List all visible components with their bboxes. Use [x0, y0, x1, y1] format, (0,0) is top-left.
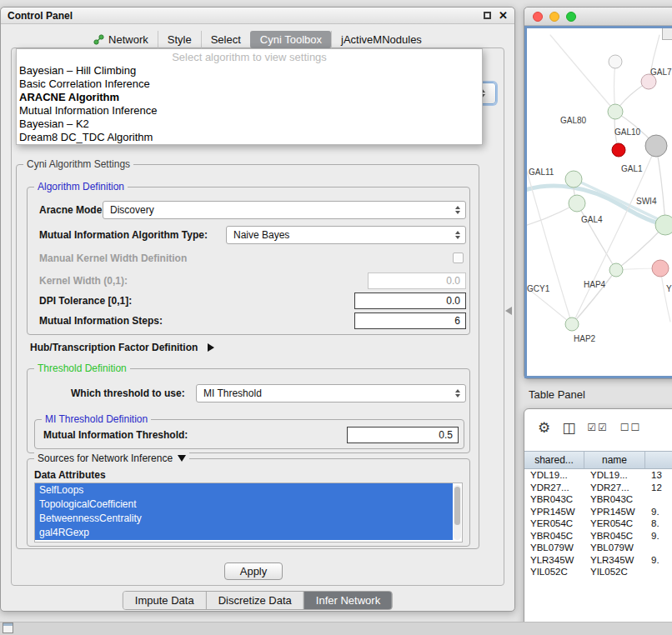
control-panel-tabs: NetworkStyleSelectCyni ToolboxjActiveMNo… — [1, 31, 514, 48]
tab-select[interactable]: Select — [201, 31, 250, 48]
attribute-list-scrollbar-thumb[interactable] — [454, 487, 460, 525]
table-row[interactable]: YBR043CYBR043C — [524, 493, 672, 506]
zoom-traffic-button[interactable] — [566, 12, 576, 22]
graph-node[interactable] — [565, 318, 579, 331]
algorithm-option[interactable]: Bayesian – Hill Climbing — [17, 64, 482, 78]
table-cell: YBL079W — [584, 542, 645, 552]
table-row[interactable]: YBR045CYBR045C9. — [524, 530, 672, 542]
attribute-item[interactable]: BetweennessCentrality — [35, 512, 453, 526]
table-panel-window: ⚙ ◫ ☑☑ ☐☐ shared...name YDL19...YDL19...… — [524, 408, 672, 635]
tab-network[interactable]: Network — [84, 31, 158, 48]
which-threshold-select[interactable]: MI Threshold — [196, 384, 466, 402]
sources-group-title[interactable]: Sources for Network Inference — [34, 452, 189, 464]
node-label: GAL11 — [529, 168, 554, 177]
expand-right-icon[interactable] — [208, 343, 214, 352]
algorithm-option[interactable]: Basic Correlation Inference — [17, 78, 482, 91]
table-toolbar: ⚙ ◫ ☑☑ ☐☐ — [524, 409, 672, 446]
column-header[interactable]: name — [584, 452, 645, 468]
kernel-width-field[interactable]: 0.0 — [368, 272, 466, 289]
combo-arrows-icon — [451, 202, 464, 218]
bottom-tab-impute-data[interactable]: Impute Data — [123, 592, 206, 609]
table-row[interactable]: YLR345WYLR345W9. — [524, 554, 672, 567]
attribute-item[interactable]: gal4RGexp — [35, 526, 453, 540]
algorithm-definition-title: Algorithm Definition — [34, 181, 128, 192]
mi-steps-label: Mutual Information Steps: — [39, 315, 163, 327]
kernel-width-label: Kernel Width (0,1): — [39, 275, 128, 287]
attribute-item[interactable]: TopologicalCoefficient — [35, 498, 453, 512]
select-all-icon[interactable]: ☑☑ — [587, 421, 609, 435]
network-graph[interactable]: GAL7GAL80GAL10GAL11GAL1SWI4GAL4GCY1HAP4H… — [527, 28, 672, 378]
minimized-window-icon[interactable] — [3, 622, 13, 633]
bottom-tab-infer-network[interactable]: Infer Network — [303, 592, 392, 609]
algorithm-placeholder-option[interactable]: Select algorithm to view settings — [17, 51, 482, 64]
float-window-icon[interactable] — [484, 12, 491, 19]
graph-edge — [575, 146, 656, 318]
table-row[interactable]: YPR145WYPR145W9. — [524, 506, 672, 518]
close-icon[interactable]: ✕ — [499, 10, 508, 21]
table-cell: 9. — [645, 531, 672, 541]
graph-node[interactable] — [565, 171, 582, 188]
table-settings-gear-icon[interactable]: ⚙ — [538, 421, 550, 435]
attribute-list-scrollbar[interactable] — [454, 485, 461, 540]
table-cell: YBR045C — [524, 531, 584, 541]
minimize-traffic-button[interactable] — [549, 12, 559, 22]
combo-arrows-icon — [451, 227, 464, 243]
control-panel-titlebar: Control Panel ✕ — [1, 8, 514, 24]
mi-threshold-label: Mutual Information Threshold: — [43, 429, 188, 441]
table-row[interactable]: YBL079WYBL079W — [524, 542, 672, 554]
table-row[interactable]: YDL19...YDL19...13 — [524, 469, 672, 482]
table-cell: YDL19... — [524, 470, 584, 480]
node-label: GAL1 — [621, 164, 643, 173]
mi-algorithm-type-select[interactable]: Naive Bayes — [226, 226, 466, 244]
aracne-mode-select[interactable]: Discovery — [103, 201, 466, 219]
bottom-tab-discretize-data[interactable]: Discretize Data — [206, 592, 303, 609]
graph-node[interactable] — [652, 260, 669, 277]
hub-definition-label[interactable]: Hub/Transcription Factor Definition — [30, 342, 214, 353]
graph-node[interactable] — [609, 55, 622, 68]
graph-node[interactable] — [655, 215, 672, 235]
network-canvas[interactable]: GAL7GAL80GAL10GAL11GAL1SWI4GAL4GCY1HAP4H… — [524, 26, 672, 378]
graph-edge — [656, 146, 665, 225]
node-label: GAL4 — [581, 215, 603, 224]
graph-node[interactable] — [609, 263, 623, 277]
table-row[interactable]: YDR27...YDR27...12 — [524, 482, 672, 494]
attribute-item[interactable]: SelfLoops — [35, 483, 453, 498]
close-traffic-button[interactable] — [533, 12, 543, 22]
table-cell: YBL079W — [524, 542, 584, 552]
table-row[interactable]: YER054CYER054C8. — [524, 518, 672, 530]
table-cell: YER054C — [524, 518, 584, 528]
algorithm-option[interactable]: Bayesian – K2 — [17, 118, 482, 131]
graph-node[interactable] — [612, 143, 625, 157]
node-label: SWI4 — [636, 197, 657, 206]
mi-steps-field[interactable]: 6 — [354, 312, 466, 329]
panel-splitter-arrow[interactable] — [505, 307, 512, 315]
graph-edge — [572, 270, 616, 324]
threshold-definition-group: Threshold Definition Which threshold to … — [27, 368, 470, 453]
apply-button[interactable]: Apply — [224, 562, 283, 580]
graph-node[interactable] — [608, 104, 623, 119]
algorithm-option[interactable]: ARACNE Algorithm — [17, 91, 482, 104]
table-row[interactable]: YIL052CYIL052C — [524, 566, 672, 578]
node-label: HAP2 — [574, 334, 596, 343]
table-cell: YIL052C — [524, 567, 584, 577]
table-cell: YIL052C — [584, 567, 645, 577]
mi-threshold-field[interactable]: 0.5 — [347, 427, 459, 443]
graph-edge — [550, 35, 615, 112]
dpi-tolerance-field[interactable]: 0.0 — [354, 292, 466, 309]
deselect-all-icon[interactable]: ☐☐ — [620, 421, 642, 435]
column-selector-icon[interactable]: ◫ — [562, 421, 575, 435]
tab-cyni-toolbox[interactable]: Cyni Toolbox — [250, 31, 331, 48]
tab-style[interactable]: Style — [158, 31, 201, 48]
graph-node[interactable] — [569, 195, 585, 212]
column-header[interactable]: shared... — [524, 452, 584, 468]
tab-jactivemnodules[interactable]: jActiveMNodules — [331, 31, 431, 48]
manual-kernel-width-checkbox[interactable] — [453, 252, 464, 263]
algorithm-option[interactable]: Mutual Information Inference — [17, 104, 482, 118]
collapse-down-icon[interactable] — [178, 455, 186, 462]
table-body: YDL19...YDL19...13YDR27...YDR27...12YBR0… — [524, 469, 672, 635]
column-header[interactable] — [645, 452, 672, 468]
data-attributes-list[interactable]: SelfLoopsTopologicalCoefficientBetweenne… — [34, 482, 463, 542]
graph-node[interactable] — [645, 135, 667, 157]
algorithm-option[interactable]: Dream8 DC_TDC Algorithm — [17, 131, 482, 144]
node-label: GCY1 — [527, 284, 550, 293]
